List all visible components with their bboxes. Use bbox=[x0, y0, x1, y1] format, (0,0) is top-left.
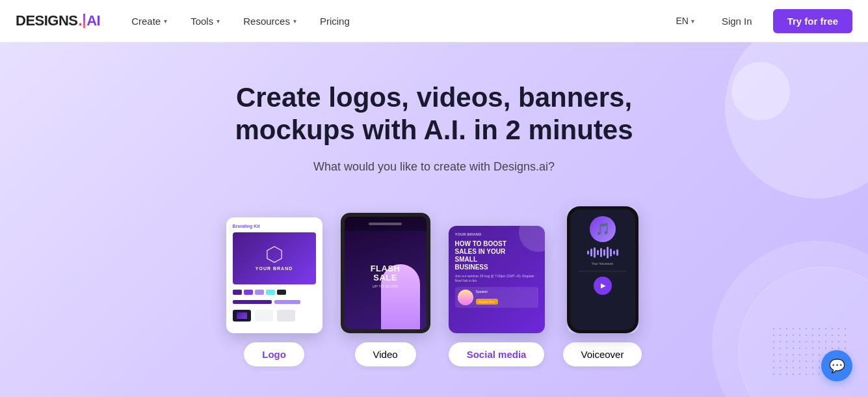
vo-play-button[interactable]: ▶ bbox=[594, 277, 612, 295]
speaker-avatar bbox=[458, 290, 473, 305]
chat-bubble[interactable]: 💬 bbox=[821, 350, 852, 381]
nav-links: Create ▾ Tools ▾ Resources ▾ Pricing bbox=[121, 10, 669, 32]
video-card: FLASHSALE UP TO 30 OFF Video bbox=[341, 213, 430, 366]
svg-marker-0 bbox=[267, 247, 281, 262]
chevron-down-icon: ▾ bbox=[293, 18, 296, 25]
vo-waveform bbox=[575, 246, 630, 259]
deco-circle bbox=[731, 62, 790, 120]
hero-section: Create logos, videos, banners, mockups w… bbox=[0, 42, 868, 397]
social-card-image: YOUR BRAND HOW TO BOOST SALES IN YOUR SM… bbox=[449, 226, 545, 333]
social-card: YOUR BRAND HOW TO BOOST SALES IN YOUR SM… bbox=[449, 226, 545, 366]
voiceover-mockup: 🎵 Your Voiceover bbox=[567, 206, 638, 333]
chevron-down-icon: ▾ bbox=[217, 18, 220, 25]
social-speaker-box: Speaker Register Now bbox=[455, 287, 538, 308]
language-selector[interactable]: EN ▾ bbox=[669, 12, 700, 30]
logo-card-image: Branding Kit YOUR BRAND bbox=[226, 217, 322, 333]
logo-preview-purple: YOUR BRAND bbox=[233, 232, 316, 284]
chevron-down-icon: ▾ bbox=[164, 18, 167, 25]
chat-icon: 💬 bbox=[829, 358, 845, 374]
nav-tools[interactable]: Tools ▾ bbox=[180, 10, 230, 32]
logo-text: DESIGNS.AI bbox=[16, 12, 100, 29]
logo-bar-icon bbox=[83, 14, 85, 28]
brand-logo[interactable]: DESIGNS.AI bbox=[16, 12, 100, 29]
nav-right: EN ▾ Sign In Try for free bbox=[669, 9, 852, 33]
logo-card: Branding Kit YOUR BRAND bbox=[226, 217, 322, 366]
hero-title: Create logos, videos, banners, mockups w… bbox=[187, 81, 681, 147]
video-label-button[interactable]: Video bbox=[355, 342, 416, 366]
social-media-label-button[interactable]: Social media bbox=[449, 342, 545, 366]
voiceover-card-image: 🎵 Your Voiceover bbox=[567, 206, 638, 333]
navbar: DESIGNS.AI Create ▾ Tools ▾ Resources ▾ … bbox=[0, 0, 868, 42]
nav-create[interactable]: Create ▾ bbox=[121, 10, 178, 32]
hero-subtitle: What would you like to create with Desig… bbox=[313, 160, 555, 174]
nav-pricing[interactable]: Pricing bbox=[309, 10, 360, 32]
chevron-down-icon: ▾ bbox=[691, 18, 694, 25]
hex-icon bbox=[265, 245, 283, 264]
logo-mockup: Branding Kit YOUR BRAND bbox=[226, 217, 322, 333]
voiceover-label-button[interactable]: Voiceover bbox=[563, 342, 642, 366]
try-free-button[interactable]: Try for free bbox=[773, 9, 852, 33]
logo-label-button[interactable]: Logo bbox=[244, 342, 304, 366]
vo-avatar-circle: 🎵 bbox=[590, 216, 616, 242]
nav-resources[interactable]: Resources ▾ bbox=[233, 10, 307, 32]
social-mockup: YOUR BRAND HOW TO BOOST SALES IN YOUR SM… bbox=[449, 226, 545, 333]
voiceover-card: 🎵 Your Voiceover bbox=[563, 206, 642, 366]
sign-in-button[interactable]: Sign In bbox=[709, 10, 765, 32]
video-mockup: FLASHSALE UP TO 30 OFF bbox=[341, 213, 430, 333]
product-cards-row: Branding Kit YOUR BRAND bbox=[226, 206, 642, 366]
video-card-image: FLASHSALE UP TO 30 OFF bbox=[341, 213, 430, 333]
